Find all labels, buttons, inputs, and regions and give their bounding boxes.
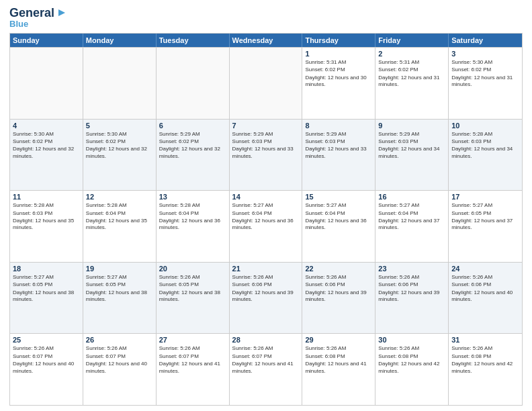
cell-info: Daylight: 12 hours and 38 minutes. bbox=[159, 289, 226, 304]
calendar-cell: 14Sunrise: 5:27 AMSunset: 6:04 PMDayligh… bbox=[230, 191, 303, 262]
calendar-cell: 17Sunrise: 5:27 AMSunset: 6:05 PMDayligh… bbox=[449, 191, 522, 262]
cell-info: Sunrise: 5:30 AM bbox=[451, 59, 519, 66]
cell-info: Sunset: 6:04 PM bbox=[159, 210, 226, 217]
cell-info: Sunrise: 5:27 AM bbox=[305, 202, 372, 209]
day-number: 4 bbox=[13, 122, 80, 130]
calendar-cell: 9Sunrise: 5:29 AMSunset: 6:03 PMDaylight… bbox=[375, 120, 449, 191]
calendar-cell: 11Sunrise: 5:28 AMSunset: 6:03 PMDayligh… bbox=[10, 191, 83, 262]
cell-info: Daylight: 12 hours and 38 minutes. bbox=[13, 289, 80, 304]
cell-info: Sunset: 6:04 PM bbox=[232, 210, 300, 217]
calendar-cell: 10Sunrise: 5:28 AMSunset: 6:03 PMDayligh… bbox=[449, 120, 522, 191]
day-number: 10 bbox=[451, 122, 519, 130]
calendar-row-1: 4Sunrise: 5:30 AMSunset: 6:02 PMDaylight… bbox=[10, 119, 522, 191]
cell-info: Daylight: 12 hours and 40 minutes. bbox=[86, 361, 153, 375]
cell-info: Sunset: 6:02 PM bbox=[13, 138, 80, 145]
calendar-cell: 25Sunrise: 5:26 AMSunset: 6:07 PMDayligh… bbox=[10, 334, 83, 405]
calendar-cell: 23Sunrise: 5:26 AMSunset: 6:06 PMDayligh… bbox=[375, 263, 449, 334]
cell-info: Sunset: 6:05 PM bbox=[13, 281, 80, 288]
logo-blue: Blue bbox=[9, 19, 28, 29]
cell-info: Sunrise: 5:27 AM bbox=[232, 202, 300, 209]
cell-info: Sunset: 6:03 PM bbox=[232, 138, 300, 145]
calendar-cell: 26Sunrise: 5:26 AMSunset: 6:07 PMDayligh… bbox=[83, 334, 157, 405]
cell-info: Daylight: 12 hours and 41 minutes. bbox=[159, 361, 226, 375]
day-number: 5 bbox=[86, 122, 153, 130]
cell-info: Sunset: 6:06 PM bbox=[232, 281, 300, 288]
calendar-cell: 28Sunrise: 5:26 AMSunset: 6:07 PMDayligh… bbox=[230, 334, 303, 405]
weekday-header-friday: Friday bbox=[375, 34, 449, 47]
cell-info: Sunrise: 5:30 AM bbox=[86, 131, 153, 138]
cell-info: Daylight: 12 hours and 30 minutes. bbox=[305, 75, 372, 89]
cell-info: Daylight: 12 hours and 40 minutes. bbox=[13, 361, 80, 375]
day-number: 22 bbox=[305, 265, 372, 273]
calendar-cell: 24Sunrise: 5:26 AMSunset: 6:06 PMDayligh… bbox=[449, 263, 522, 334]
day-number: 24 bbox=[451, 265, 519, 273]
cell-info: Sunset: 6:02 PM bbox=[378, 66, 445, 73]
cell-info: Sunset: 6:07 PM bbox=[159, 353, 226, 360]
cell-info: Daylight: 12 hours and 39 minutes. bbox=[305, 289, 372, 304]
cell-info: Sunrise: 5:31 AM bbox=[378, 59, 445, 66]
logo-icon bbox=[56, 7, 66, 18]
cell-info: Daylight: 12 hours and 40 minutes. bbox=[451, 289, 519, 304]
day-number: 13 bbox=[159, 193, 226, 201]
day-number: 15 bbox=[305, 193, 372, 201]
cell-info: Sunset: 6:05 PM bbox=[86, 281, 153, 288]
cell-info: Sunset: 6:06 PM bbox=[451, 281, 519, 288]
day-number: 12 bbox=[86, 193, 153, 201]
cell-info: Sunset: 6:07 PM bbox=[86, 353, 153, 360]
weekday-header-thursday: Thursday bbox=[302, 34, 375, 47]
cell-info: Sunset: 6:02 PM bbox=[305, 66, 372, 73]
day-number: 7 bbox=[232, 122, 300, 130]
calendar-cell: 15Sunrise: 5:27 AMSunset: 6:04 PMDayligh… bbox=[302, 191, 375, 262]
cell-info: Sunset: 6:05 PM bbox=[159, 281, 226, 288]
cell-info: Daylight: 12 hours and 37 minutes. bbox=[378, 218, 445, 232]
cell-info: Sunrise: 5:29 AM bbox=[378, 131, 445, 138]
calendar-cell: 16Sunrise: 5:27 AMSunset: 6:04 PMDayligh… bbox=[375, 191, 449, 262]
calendar-cell: 29Sunrise: 5:26 AMSunset: 6:08 PMDayligh… bbox=[302, 334, 375, 405]
cell-info: Sunrise: 5:30 AM bbox=[13, 131, 80, 138]
cell-info: Sunset: 6:06 PM bbox=[378, 281, 445, 288]
cell-info: Daylight: 12 hours and 33 minutes. bbox=[232, 146, 300, 160]
calendar-header: SundayMondayTuesdayWednesdayThursdayFrid… bbox=[10, 34, 522, 47]
cell-info: Sunrise: 5:26 AM bbox=[13, 345, 80, 352]
cell-info: Sunrise: 5:26 AM bbox=[378, 274, 445, 281]
cell-info: Sunrise: 5:29 AM bbox=[305, 131, 372, 138]
cell-info: Daylight: 12 hours and 39 minutes. bbox=[232, 289, 300, 304]
cell-info: Sunrise: 5:26 AM bbox=[232, 274, 300, 281]
day-number: 14 bbox=[232, 193, 300, 201]
calendar-body: 1Sunrise: 5:31 AMSunset: 6:02 PMDaylight… bbox=[10, 47, 522, 405]
cell-info: Sunset: 6:06 PM bbox=[305, 281, 372, 288]
cell-info: Sunrise: 5:27 AM bbox=[86, 274, 153, 281]
calendar-cell bbox=[230, 48, 303, 119]
cell-info: Sunset: 6:08 PM bbox=[451, 353, 519, 360]
day-number: 29 bbox=[305, 336, 372, 344]
logo-general: General bbox=[9, 7, 54, 19]
calendar-row-0: 1Sunrise: 5:31 AMSunset: 6:02 PMDaylight… bbox=[10, 47, 522, 119]
day-number: 31 bbox=[451, 336, 519, 344]
calendar-cell: 8Sunrise: 5:29 AMSunset: 6:03 PMDaylight… bbox=[302, 120, 375, 191]
day-number: 26 bbox=[86, 336, 153, 344]
cell-info: Sunrise: 5:31 AM bbox=[305, 59, 372, 66]
header: General Blue bbox=[9, 7, 523, 29]
calendar-cell: 2Sunrise: 5:31 AMSunset: 6:02 PMDaylight… bbox=[375, 48, 449, 119]
calendar-cell: 5Sunrise: 5:30 AMSunset: 6:02 PMDaylight… bbox=[83, 120, 157, 191]
cell-info: Sunset: 6:03 PM bbox=[378, 138, 445, 145]
cell-info: Sunset: 6:02 PM bbox=[451, 66, 519, 73]
cell-info: Daylight: 12 hours and 35 minutes. bbox=[86, 218, 153, 232]
cell-info: Sunrise: 5:26 AM bbox=[451, 345, 519, 352]
cell-info: Sunset: 6:04 PM bbox=[378, 210, 445, 217]
cell-info: Daylight: 12 hours and 42 minutes. bbox=[451, 361, 519, 375]
day-number: 21 bbox=[232, 265, 300, 273]
day-number: 17 bbox=[451, 193, 519, 201]
cell-info: Daylight: 12 hours and 37 minutes. bbox=[451, 218, 519, 232]
cell-info: Sunrise: 5:26 AM bbox=[305, 274, 372, 281]
svg-marker-0 bbox=[58, 9, 65, 16]
day-number: 27 bbox=[159, 336, 226, 344]
cell-info: Sunset: 6:04 PM bbox=[305, 210, 372, 217]
cell-info: Daylight: 12 hours and 31 minutes. bbox=[451, 75, 519, 89]
cell-info: Sunrise: 5:27 AM bbox=[378, 202, 445, 209]
cell-info: Sunrise: 5:26 AM bbox=[232, 345, 300, 352]
cell-info: Daylight: 12 hours and 39 minutes. bbox=[378, 289, 445, 304]
day-number: 18 bbox=[13, 265, 80, 273]
cell-info: Sunset: 6:02 PM bbox=[159, 138, 226, 145]
cell-info: Daylight: 12 hours and 32 minutes. bbox=[159, 146, 226, 160]
